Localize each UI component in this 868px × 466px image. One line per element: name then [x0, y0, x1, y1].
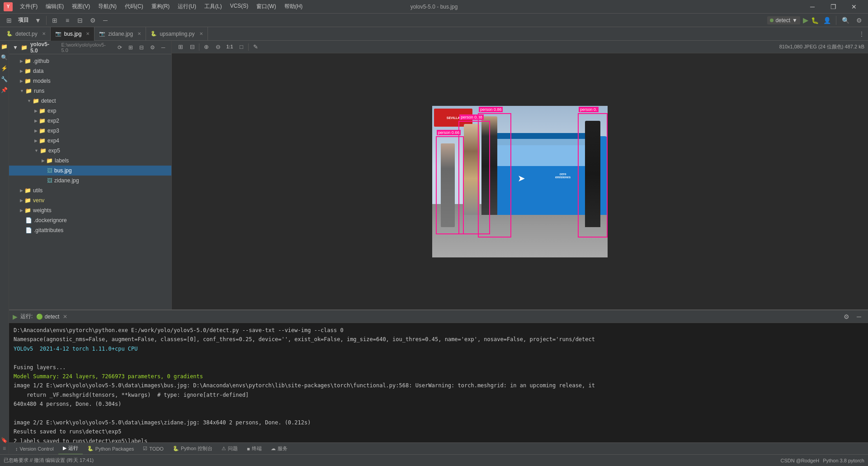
tab-menu-button[interactable]: ⋮ [859, 31, 864, 37]
menu-vcs[interactable]: VCS(S) [226, 1, 252, 12]
tree-item-exp3[interactable]: ▶ 📁 exp3 [9, 126, 171, 136]
search-button[interactable]: 🔍 [840, 15, 851, 26]
arrow-icon: ▶ [20, 69, 23, 73]
tab-zidane-close[interactable]: ✕ [137, 31, 141, 36]
tree-item-models[interactable]: ▶ 📁 models [9, 76, 171, 86]
menu-window[interactable]: 窗口(W) [253, 1, 279, 12]
tab-detect-py[interactable]: 🐍 detect.py ✕ [2, 27, 51, 41]
run-settings-button[interactable]: ⚙ [841, 311, 852, 322]
collapse-button[interactable]: ⊟ [137, 43, 146, 52]
zoom-in-button[interactable]: ⊕ [201, 42, 211, 52]
menu-file[interactable]: 文件(F) [16, 1, 41, 12]
menu-edit[interactable]: 编辑(E) [42, 1, 67, 12]
expand-all-button[interactable]: ⊞ [4, 15, 14, 26]
color-picker-button[interactable]: ✎ [250, 42, 260, 52]
btab-version-control[interactable]: ↕ Version Control [11, 443, 58, 455]
tree-item-exp[interactable]: ▶ 📁 exp [9, 106, 171, 116]
grid-button[interactable]: ⊟ [187, 42, 197, 52]
expand-button[interactable]: ⊞ [126, 43, 135, 52]
btab-python-packages[interactable]: 🐍 Python Packages [83, 443, 139, 455]
sidebar-structure-icon[interactable]: ≡ [0, 444, 9, 452]
btab-problems[interactable]: ⚠ 问题 [217, 443, 242, 455]
detection-box-4: person 0. [578, 113, 608, 238]
menu-tools[interactable]: 工具(L) [201, 1, 226, 12]
menu-navigate[interactable]: 导航(N) [94, 1, 120, 12]
btab-python-console[interactable]: 🐍 Python 控制台 [168, 443, 217, 455]
tree-item-exp4[interactable]: ▶ 📁 exp4 [9, 136, 171, 146]
profile-button[interactable]: 👤 [821, 15, 832, 26]
tree-settings-button[interactable]: ⚙ [148, 43, 157, 52]
menu-refactor[interactable]: 重构(R) [148, 1, 174, 12]
layout-grid-button[interactable]: ⊞ [49, 15, 60, 26]
sidebar-bookmarks-icon[interactable]: 🔖 [0, 436, 9, 444]
btab-services[interactable]: ☁ 服务 [266, 443, 292, 455]
menu-run[interactable]: 运行(U) [174, 1, 200, 12]
btab-run[interactable]: ▶ 运行 [58, 443, 83, 455]
settings-gear-button[interactable]: ⚙ [87, 15, 98, 26]
sidebar-icon-2[interactable]: 🔍 [0, 53, 9, 62]
tree-item-detect[interactable]: ▼ 📁 detect [9, 96, 171, 106]
sync-button[interactable]: ⟳ [115, 43, 124, 52]
tree-item-runs[interactable]: ▼ 📁 runs [9, 86, 171, 96]
tree-item-weights[interactable]: ▶ 📁 weights [9, 205, 171, 215]
arrow-icon: ▶ [20, 188, 23, 193]
terminal-content: D:\Anaconda\envs\pytorch\python.exe E:/w… [9, 323, 868, 442]
arrow-icon: ▶ [34, 138, 38, 143]
tree-item-github[interactable]: ▶ 📁 .github [9, 56, 171, 66]
dropdown-arrow[interactable]: ▼ [33, 15, 43, 26]
layout-list-button[interactable]: ≡ [62, 15, 73, 26]
close-panel-button[interactable]: ─ [100, 15, 111, 26]
item-label: utils [33, 187, 42, 194]
tree-item-gitattributes[interactable]: 📄 .gitattributes [9, 225, 171, 235]
detection-label-2: person 0.86 [479, 107, 503, 112]
btab-terminal[interactable]: ■ 终端 [242, 443, 266, 455]
minimize-button[interactable]: ─ [802, 0, 823, 14]
arrow-icon: ▶ [20, 198, 23, 203]
tab-zidane-jpg[interactable]: 📷 zidane.jpg ✕ [94, 27, 146, 41]
folder-icon: 📁 [24, 68, 31, 74]
python-console-icon: 🐍 [173, 446, 179, 452]
tree-item-bus-jpg[interactable]: 🖼 bus.jpg [9, 166, 171, 176]
maximize-button[interactable]: ❐ [823, 0, 844, 14]
sidebar-icon-5[interactable]: 📌 [0, 86, 9, 94]
tree-item-venv[interactable]: ▶ 📁 venv [9, 195, 171, 205]
menu-view[interactable]: 视图(V) [68, 1, 94, 12]
sidebar-icon-4[interactable]: 🔧 [0, 75, 9, 83]
tab-upsampling-close[interactable]: ✕ [199, 31, 203, 36]
item-label: venv [33, 197, 44, 204]
menu-help[interactable]: 帮助(H) [281, 1, 307, 12]
tree-item-labels[interactable]: ▶ 📁 labels [9, 156, 171, 166]
actual-size-button[interactable]: 1:1 [225, 42, 235, 52]
tree-item-data[interactable]: ▶ 📁 data [9, 66, 171, 76]
venv-folder-icon: 📁 [24, 197, 31, 204]
tree-item-exp5[interactable]: ▼ 📁 exp5 [9, 146, 171, 156]
tab-upsampling-py[interactable]: 🐍 upsampling.py ✕ [146, 27, 208, 41]
layout-split-button[interactable]: ⊟ [75, 15, 85, 26]
btab-terminal-label: 终端 [252, 445, 262, 452]
sidebar-icon-3[interactable]: ⚡ [0, 64, 9, 72]
fit-window-button[interactable]: ⊞ [175, 42, 185, 52]
close-tree-button[interactable]: ─ [159, 43, 168, 52]
tab-bus-jpg[interactable]: 📷 bus.jpg ✕ [51, 27, 95, 41]
btab-services-label: 服务 [278, 445, 288, 452]
tree-item-dockerignore[interactable]: 📄 .dockerignore [9, 215, 171, 225]
tree-item-exp2[interactable]: ▶ 📁 exp2 [9, 116, 171, 126]
sidebar-icon-1[interactable]: 📁 [0, 43, 9, 51]
fit-page-button[interactable]: □ [236, 42, 246, 52]
settings-button[interactable]: ⚙ [854, 15, 864, 26]
jpg-file-icon: 🖼 [47, 167, 52, 174]
zoom-out-button[interactable]: ⊖ [213, 42, 223, 52]
tree-item-utils[interactable]: ▶ 📁 utils [9, 185, 171, 195]
tab-bus-close[interactable]: ✕ [86, 31, 90, 36]
tab-detect-close[interactable]: ✕ [42, 31, 46, 36]
run-close-icon[interactable]: ✕ [63, 314, 67, 320]
menu-code[interactable]: 代码(C) [121, 1, 147, 12]
tree-item-zidane-jpg[interactable]: 🖼 zidane.jpg [9, 176, 171, 185]
run-minimize-button[interactable]: ─ [854, 311, 864, 322]
debug-button[interactable]: 🐛 [811, 17, 819, 24]
detection-box-3: person 0.66 [436, 136, 464, 235]
btab-todo[interactable]: ☑ TODO [138, 443, 168, 455]
close-button[interactable]: ✕ [844, 0, 864, 14]
run-config-dropdown[interactable]: detect ▼ [767, 16, 800, 24]
run-play-button[interactable]: ▶ [803, 16, 808, 24]
